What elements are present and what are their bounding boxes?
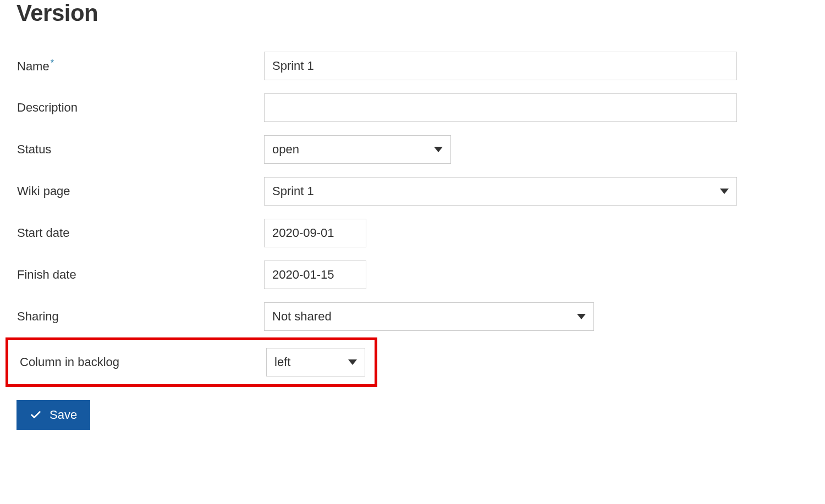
description-input[interactable]: [264, 93, 737, 122]
label-name: Name: [17, 59, 50, 73]
row-wiki-page: Wiki page Sprint 1: [16, 170, 809, 212]
label-status: Status: [17, 142, 51, 156]
status-select[interactable]: open: [264, 135, 451, 164]
row-finish-date: Finish date: [16, 254, 809, 296]
column-backlog-select[interactable]: left: [266, 348, 365, 376]
column-backlog-select-value: left: [274, 355, 290, 369]
wiki-page-select-value: Sprint 1: [272, 184, 314, 198]
required-indicator: *: [51, 58, 54, 68]
row-description: Description: [16, 87, 809, 129]
label-sharing: Sharing: [17, 309, 59, 323]
name-input[interactable]: [264, 52, 737, 80]
save-button[interactable]: Save: [16, 400, 90, 430]
row-start-date: Start date: [16, 212, 809, 254]
status-select-value: open: [272, 142, 299, 157]
caret-down-icon: [348, 359, 357, 365]
save-button-label: Save: [50, 408, 77, 422]
row-status: Status open: [16, 129, 809, 170]
label-wiki-page: Wiki page: [17, 184, 70, 198]
label-column-backlog: Column in backlog: [20, 355, 119, 369]
caret-down-icon: [434, 147, 443, 152]
caret-down-icon: [720, 189, 729, 194]
row-sharing: Sharing Not shared: [16, 296, 809, 337]
page-title: Version: [16, 0, 809, 26]
row-name: Name*: [16, 45, 809, 87]
wiki-page-select[interactable]: Sprint 1: [264, 177, 737, 206]
label-start-date: Start date: [17, 226, 69, 240]
label-description: Description: [17, 101, 78, 114]
sharing-select[interactable]: Not shared: [264, 302, 594, 331]
caret-down-icon: [577, 314, 586, 319]
check-icon: [30, 409, 42, 421]
sharing-select-value: Not shared: [272, 309, 332, 324]
start-date-input[interactable]: [264, 219, 366, 247]
finish-date-input[interactable]: [264, 261, 366, 289]
row-column-backlog: Column in backlog left: [6, 337, 377, 387]
label-finish-date: Finish date: [17, 268, 76, 281]
